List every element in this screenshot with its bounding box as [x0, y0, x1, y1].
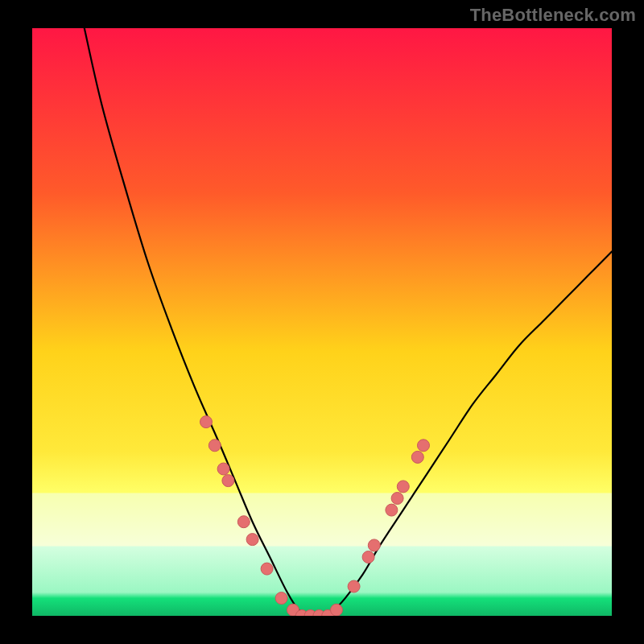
sample-dot: [386, 504, 398, 516]
watermark-text: TheBottleneck.com: [470, 5, 636, 26]
sample-dot: [246, 534, 258, 546]
sample-dot: [261, 563, 273, 575]
chart-svg: [32, 28, 612, 616]
sample-dot: [362, 551, 374, 564]
gradient-background: [32, 28, 612, 616]
sample-dot: [222, 475, 234, 487]
chart-stage: TheBottleneck.com: [0, 0, 644, 644]
sample-dot: [348, 580, 360, 592]
sample-dot: [208, 440, 221, 452]
sample-dot: [411, 451, 423, 463]
sample-dot: [200, 416, 213, 428]
sample-dot: [418, 440, 430, 452]
sample-dot: [368, 539, 380, 551]
plot-area: [32, 28, 612, 616]
sample-dot: [275, 592, 287, 605]
sample-dot: [331, 604, 343, 616]
sample-dot: [391, 493, 403, 505]
sample-dot: [217, 463, 229, 475]
sample-dot: [397, 481, 409, 493]
sample-dot: [237, 516, 250, 528]
